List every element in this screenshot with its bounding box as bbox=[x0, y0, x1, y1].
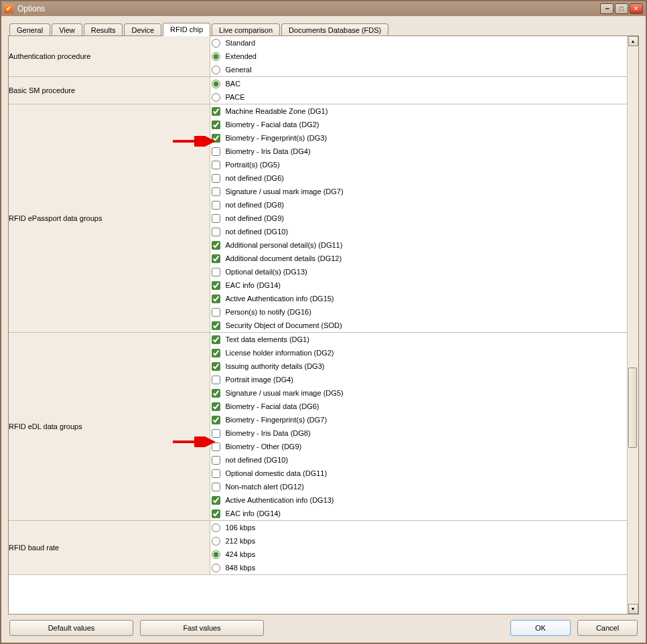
edl-checkbox-2[interactable] bbox=[212, 362, 220, 371]
auth-proc-option-1: Extended bbox=[210, 50, 628, 63]
edl-checkbox-label-11: Non-match alert (DG12) bbox=[226, 483, 304, 491]
row-basic-sm: Basic SM procedure BACPACE bbox=[9, 77, 627, 104]
tab-results[interactable]: Results bbox=[84, 23, 123, 37]
epassport-checkbox-label-11: Additional document details (DG12) bbox=[226, 254, 342, 262]
epassport-checkbox-6[interactable] bbox=[212, 187, 220, 196]
epassport-checkbox-12[interactable] bbox=[212, 268, 220, 276]
label-auth-proc: Authentication procedure bbox=[9, 36, 210, 77]
edl-item-1: License holder information (DG2) bbox=[210, 346, 628, 359]
tab-rfid-chip[interactable]: RFID chip bbox=[163, 23, 210, 36]
epassport-checkbox-1[interactable] bbox=[212, 120, 220, 129]
edl-item-6: Biometry - Fingerprint(s) (DG7) bbox=[210, 413, 628, 426]
auth-proc-option-2: General bbox=[210, 63, 628, 76]
maximize-button[interactable]: □ bbox=[615, 3, 628, 14]
value-epassport: Machine Readable Zone (DG1)Biometry - Fa… bbox=[210, 104, 627, 333]
epassport-checkbox-13[interactable] bbox=[212, 281, 220, 290]
baud-radio-3[interactable] bbox=[212, 564, 220, 572]
edl-checkbox-label-9: not defined (DG10) bbox=[226, 456, 289, 464]
default-values-button[interactable]: Default values bbox=[9, 620, 133, 636]
edl-checkbox-8[interactable] bbox=[212, 442, 220, 451]
baud-radio-0[interactable] bbox=[212, 524, 220, 532]
options-window: ✔ Options ━ □ ✕ GeneralViewResultsDevice… bbox=[0, 0, 647, 644]
fast-values-button[interactable]: Fast values bbox=[140, 620, 264, 636]
edl-item-7: Biometry - Iris Data (DG8) bbox=[210, 426, 628, 440]
baud-radio-1[interactable] bbox=[212, 537, 220, 546]
baud-option-1: 212 kbps bbox=[210, 534, 628, 548]
edl-item-8: Biometry - Other (DG9) bbox=[210, 440, 628, 453]
edl-checkbox-13[interactable] bbox=[212, 509, 220, 518]
edl-checkbox-label-4: Signature / usual mark image (DG5) bbox=[226, 389, 344, 397]
epassport-checkbox-11[interactable] bbox=[212, 254, 220, 263]
edl-checkbox-label-3: Portrait image (DG4) bbox=[226, 376, 293, 384]
epassport-checkbox-0[interactable] bbox=[212, 107, 220, 116]
label-edl: RFID eDL data groups bbox=[9, 333, 210, 521]
edl-checkbox-4[interactable] bbox=[212, 389, 220, 398]
baud-option-0: 106 kbps bbox=[210, 521, 628, 534]
edl-item-5: Biometry - Facial data (DG6) bbox=[210, 400, 628, 413]
epassport-item-6: Signature / usual mark image (DG7) bbox=[210, 185, 628, 198]
tab-device[interactable]: Device bbox=[124, 23, 161, 37]
epassport-checkbox-10[interactable] bbox=[212, 241, 220, 250]
basic-sm-radio-0[interactable] bbox=[212, 80, 220, 88]
basic-sm-option-1: PACE bbox=[210, 90, 628, 104]
auth-proc-radio-2[interactable] bbox=[212, 66, 220, 74]
edl-item-3: Portrait image (DG4) bbox=[210, 373, 628, 386]
epassport-item-0: Machine Readable Zone (DG1) bbox=[210, 104, 628, 118]
edl-checkbox-9[interactable] bbox=[212, 456, 220, 465]
epassport-checkbox-2[interactable] bbox=[212, 134, 220, 143]
close-button[interactable]: ✕ bbox=[630, 3, 643, 14]
epassport-item-15: Person(s) to notify (DG16) bbox=[210, 305, 628, 319]
ok-button[interactable]: OK bbox=[510, 620, 571, 636]
epassport-checkbox-label-16: Security Object of Document (SOD) bbox=[226, 321, 342, 329]
edl-checkbox-10[interactable] bbox=[212, 469, 220, 478]
epassport-checkbox-8[interactable] bbox=[212, 214, 220, 223]
epassport-checkbox-label-3: Biometry - Iris Data (DG4) bbox=[226, 147, 311, 155]
auth-proc-radio-0[interactable] bbox=[212, 39, 220, 48]
edl-checkbox-label-6: Biometry - Fingerprint(s) (DG7) bbox=[226, 416, 328, 424]
scroll-content: Authentication procedure StandardExtende… bbox=[9, 36, 627, 614]
epassport-checkbox-14[interactable] bbox=[212, 295, 220, 303]
minimize-button[interactable]: ━ bbox=[600, 3, 614, 14]
edl-checkbox-5[interactable] bbox=[212, 402, 220, 411]
scroll-thumb[interactable] bbox=[628, 368, 637, 448]
tab-view[interactable]: View bbox=[52, 23, 82, 37]
auth-proc-radio-1[interactable] bbox=[212, 52, 220, 61]
edl-checkbox-6[interactable] bbox=[212, 416, 220, 424]
options-grid: Authentication procedure StandardExtende… bbox=[9, 36, 627, 575]
baud-radio-label-3: 848 kbps bbox=[226, 564, 256, 572]
epassport-item-9: not defined (DG10) bbox=[210, 225, 628, 238]
epassport-item-11: Additional document details (DG12) bbox=[210, 252, 628, 265]
baud-option-3: 848 kbps bbox=[210, 561, 628, 574]
edl-checkbox-label-5: Biometry - Facial data (DG6) bbox=[226, 402, 319, 410]
value-edl: Text data elements (DG1)License holder i… bbox=[210, 333, 627, 521]
baud-radio-2[interactable] bbox=[212, 550, 220, 559]
tab-live-comparison[interactable]: Live comparison bbox=[212, 23, 280, 37]
edl-checkbox-7[interactable] bbox=[212, 429, 220, 438]
basic-sm-radio-label-0: BAC bbox=[226, 80, 241, 88]
epassport-checkbox-5[interactable] bbox=[212, 174, 220, 183]
row-baud: RFID baud rate 106 kbps212 kbps424 kbps8… bbox=[9, 521, 627, 575]
epassport-checkbox-15[interactable] bbox=[212, 308, 220, 317]
epassport-checkbox-4[interactable] bbox=[212, 161, 220, 169]
edl-item-2: Issuing authority details (DG3) bbox=[210, 359, 628, 373]
basic-sm-option-0: BAC bbox=[210, 77, 628, 90]
edl-checkbox-11[interactable] bbox=[212, 483, 220, 491]
epassport-checkbox-label-0: Machine Readable Zone (DG1) bbox=[226, 107, 328, 115]
edl-checkbox-0[interactable] bbox=[212, 335, 220, 344]
epassport-checkbox-9[interactable] bbox=[212, 228, 220, 236]
tab-general[interactable]: General bbox=[9, 23, 50, 37]
epassport-checkbox-7[interactable] bbox=[212, 201, 220, 210]
scroll-down-button[interactable]: ▾ bbox=[628, 604, 638, 614]
vertical-scrollbar[interactable]: ▴ ▾ bbox=[627, 36, 638, 614]
epassport-checkbox-16[interactable] bbox=[212, 321, 220, 330]
window-title: Options bbox=[17, 4, 600, 13]
edl-checkbox-3[interactable] bbox=[212, 376, 220, 384]
scroll-track[interactable] bbox=[628, 46, 638, 604]
scroll-up-button[interactable]: ▴ bbox=[628, 36, 638, 46]
basic-sm-radio-1[interactable] bbox=[212, 93, 220, 102]
cancel-button[interactable]: Cancel bbox=[577, 620, 638, 636]
tab-documents-database-fds-[interactable]: Documents Database (FDS) bbox=[281, 23, 388, 37]
epassport-checkbox-3[interactable] bbox=[212, 147, 220, 156]
edl-checkbox-12[interactable] bbox=[212, 496, 220, 505]
edl-checkbox-1[interactable] bbox=[212, 349, 220, 357]
